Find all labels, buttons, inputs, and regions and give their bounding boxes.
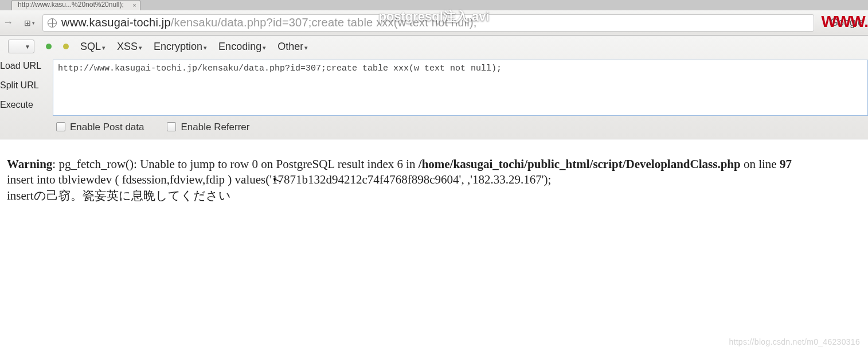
url-text: www.kasugai-tochi.jp/kensaku/data.php?id… [61,16,477,29]
checkbox-icon [167,122,176,131]
menu-xss[interactable]: XSS▾ [117,41,142,53]
browser-tabstrip: http://www.kasu...%20not%20null); × [0,0,868,10]
warning-online: on line [741,157,780,171]
warning-line-number: 97 [780,157,792,171]
checkbox-icon [56,122,65,131]
enable-referrer-label: Enable Referrer [181,122,249,132]
split-url-button[interactable]: Split URL [0,80,53,91]
menu-encryption[interactable]: Encryption▾ [154,41,207,53]
hackbar-url-input[interactable] [53,60,868,116]
japanese-message-line: insertの己窃。瓷妄英に息晩してください [7,188,861,204]
enable-referrer-checkbox[interactable]: Enable Referrer [167,122,249,133]
menu-encoding[interactable]: Encoding▾ [218,41,266,53]
menu-other-label: Other [277,41,303,52]
app-menu-icon[interactable]: ⊞ [21,15,38,31]
url-host: www.kasugai-tochi.jp [61,16,171,29]
status-dot-yellow-icon[interactable] [63,44,69,49]
menu-encoding-label: Encoding [218,41,261,52]
tab-title: http://www.kasu...%20not%20null); [18,1,124,9]
menu-xss-label: XSS [117,41,138,52]
enable-post-checkbox[interactable]: Enable Post data [56,122,144,133]
menu-encryption-label: Encryption [154,41,202,52]
menu-sql-label: SQL [80,41,101,52]
status-dot-green-icon[interactable] [46,44,52,49]
globe-icon [48,18,57,28]
browser-tab[interactable]: http://www.kasu...%20not%20null); × [11,0,140,10]
menu-other[interactable]: Other▾ [277,41,308,53]
php-warning-line: Warning: pg_fetch_row(): Unable to jump … [7,157,861,172]
warning-text: : pg_fetch_row(): Unable to jump to row … [52,157,418,171]
enable-post-label: Enable Post data [70,122,144,132]
warning-label: Warning [7,157,52,171]
www-watermark: WWW. [821,13,868,31]
close-icon[interactable]: × [132,1,136,10]
address-bar-row: → ⊞ www.kasugai-tochi.jp/kensaku/data.ph… [0,10,868,36]
omnibox[interactable]: www.kasugai-tochi.jp/kensaku/data.php?id… [42,14,814,32]
forward-arrow-icon[interactable]: → [0,15,16,31]
csdn-watermark: https://blog.csdn.net/m0_46230316 [729,337,860,346]
sql-insert-line: insert into tblviewdev ( fdsession,fdvie… [7,172,861,188]
load-url-button[interactable]: Load URL [0,61,53,71]
warning-path: /home/kasugai_tochi/public_html/script/D… [419,157,741,171]
page-content: Warning: pg_fetch_row(): Unable to jump … [0,139,868,209]
url-path: /kensaku/data.php?id=307;create table xx… [171,16,477,29]
menu-sql[interactable]: SQL▾ [80,41,105,53]
hackbar-panel: SQL▾ XSS▾ Encryption▾ Encoding▾ Other▾ L… [0,36,868,139]
hackbar-options: Enable Post data Enable Referrer [0,119,868,139]
hackbar-menu: SQL▾ XSS▾ Encryption▾ Encoding▾ Other▾ [0,36,868,57]
hackbar-side-actions: Load URL Split URL Execute [0,57,53,119]
execute-button[interactable]: Execute [0,100,53,110]
hackbar-dropdown[interactable] [8,40,34,53]
